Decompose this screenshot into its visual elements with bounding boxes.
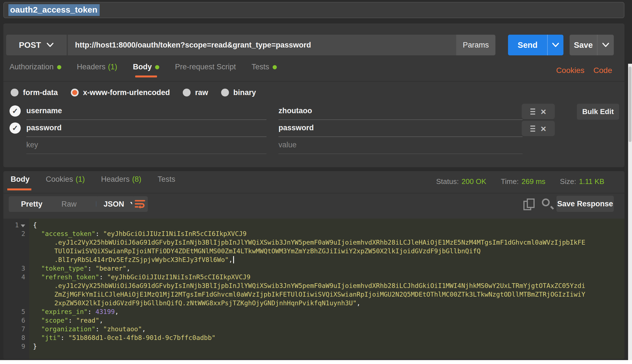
body-mode-x-www-form-urlencoded[interactable]: x-www-form-urlencoded: [71, 88, 170, 97]
bulk-edit-button[interactable]: Bulk Edit: [577, 104, 619, 120]
response-tab-tests[interactable]: Tests: [158, 175, 175, 190]
tab-label: Pre-request Script: [175, 63, 236, 71]
view-mode-raw[interactable]: Raw: [52, 200, 86, 209]
code-token: ,: [127, 265, 130, 272]
line-number: 6: [3, 316, 29, 325]
drag-handle-icon[interactable]: [530, 108, 535, 115]
save-options-button[interactable]: [597, 35, 614, 55]
code-text: .eyJ1c2VyX25hbWUiOiJ6aG91dGFvbyIsInNjb3B…: [29, 282, 585, 290]
code-line: ZmZjMGFkYmIiLCJleHAiOjE1MzQ1MjI2MTgsImF1…: [3, 290, 624, 299]
meta-time: Time:269 ms: [501, 177, 545, 186]
delete-row-icon[interactable]: ×: [541, 107, 546, 116]
line-number-text: 4: [21, 273, 25, 282]
row-checkbox[interactable]: ✓: [10, 122, 21, 134]
code-token: ZmZjMGFkYmIiLCJleHAiOjE1MzQ1MjI2MTgsImF1…: [54, 291, 585, 298]
code-token: "organization": [41, 325, 95, 333]
response-tab-body[interactable]: Body: [11, 175, 30, 190]
url-input[interactable]: http://host1:8000/oauth/token?scope=read…: [68, 35, 456, 55]
code-text: .BlIryRbSL414rDv5EfzZSjpjvWybcX3hEJy3fV8…: [29, 256, 234, 264]
kv-value-input[interactable]: value: [278, 141, 297, 149]
response-tab-cookies[interactable]: Cookies(1): [46, 175, 85, 190]
body-mode-raw[interactable]: raw: [183, 88, 208, 97]
code-token: :: [95, 325, 103, 333]
scrollbar-thumb[interactable]: [629, 67, 631, 142]
radio-button[interactable]: [11, 89, 18, 96]
text-cursor: [233, 256, 234, 263]
tab-authorization[interactable]: Authorization: [10, 63, 61, 77]
meta-label: Time:: [501, 177, 519, 186]
save-response-button[interactable]: Save Response: [556, 196, 614, 212]
code-token: TUlOIiwiSVQiXSwianRpIjoiNTFiODY4ZDEtMGNl…: [54, 247, 481, 255]
divider: [3, 81, 624, 82]
tab-pre-request-script[interactable]: Pre-request Script: [175, 63, 236, 77]
code-text: "organization": "zhoutaoo",: [29, 325, 146, 334]
line-number-text: 2: [21, 230, 25, 238]
save-label[interactable]: Save: [570, 35, 597, 55]
tab-headers[interactable]: Headers(1): [77, 63, 117, 77]
line-number: 9: [3, 342, 29, 351]
request-name[interactable]: oauth2_access_token: [8, 4, 100, 16]
code-token: "jti": [41, 334, 60, 341]
search-response-button[interactable]: [541, 198, 554, 211]
code-line: .eyJ1c2VyX25hbWUiOiJ6aG91dGFvbyIsInNjb3B…: [3, 282, 624, 290]
method-select[interactable]: POST: [6, 35, 67, 55]
code-text: "scope": "read",: [29, 316, 103, 325]
code-line: 7"organization": "zhoutaoo",: [3, 325, 624, 334]
format-label: JSON: [104, 200, 124, 209]
kv-row-placeholder: keyvalue: [3, 137, 624, 154]
line-number-text: 1: [15, 221, 19, 230]
kv-value-input[interactable]: zhoutaoo: [278, 107, 312, 115]
code-token: :: [88, 265, 95, 272]
radio-button[interactable]: [183, 89, 191, 96]
response-body-viewer[interactable]: 1{2"access_token": "eyJhbGciOiJIUzI1NiIs…: [3, 219, 624, 359]
code-text: 2xpZW50X2lkIjoidGVzdF9jbGllbnQifQ.zNtWWG…: [29, 299, 361, 308]
params-button[interactable]: Params: [456, 35, 495, 55]
send-options-button[interactable]: [547, 35, 563, 55]
fold-caret-icon[interactable]: [21, 224, 25, 227]
wrap-text-button[interactable]: [132, 196, 148, 212]
kv-key-input[interactable]: password: [26, 124, 62, 132]
send-label[interactable]: Send: [508, 35, 547, 55]
line-number-text: 6: [21, 316, 25, 325]
row-controls: ×: [522, 121, 555, 136]
vertical-scrollbar[interactable]: [628, 64, 632, 360]
tab-body[interactable]: Body: [133, 63, 160, 77]
meta-status: Status:200 OK: [436, 177, 486, 186]
send-button[interactable]: Send: [508, 35, 563, 55]
tab-label: Cookies: [46, 175, 73, 183]
green-dot-icon: [155, 65, 159, 69]
code-text: TUlOIiwiSVQiXSwianRpIjoiNTFiODY4ZDEtMGNl…: [29, 247, 481, 256]
radio-button[interactable]: [221, 89, 229, 96]
kv-key-input[interactable]: username: [26, 107, 62, 115]
response-tab-headers[interactable]: Headers(8): [101, 175, 141, 190]
code-line: 5"expires_in": 43199,: [3, 308, 624, 316]
tab-label: Body: [11, 175, 30, 183]
method-label: POST: [19, 41, 41, 50]
cookies-link[interactable]: Cookies: [556, 66, 584, 75]
field-underline: [278, 153, 523, 154]
tab-tests[interactable]: Tests: [252, 63, 277, 77]
code-text: }: [29, 342, 37, 351]
line-number: [3, 238, 29, 247]
drag-handle-icon[interactable]: [530, 126, 535, 132]
kv-value-input[interactable]: password: [278, 124, 314, 132]
tab-label: Body: [133, 63, 152, 71]
code-line: TUlOIiwiSVQiXSwianRpIjoiNTFiODY4ZDEtMGNl…: [3, 247, 624, 256]
code-link[interactable]: Code: [593, 66, 612, 75]
body-mode-binary[interactable]: binary: [221, 88, 256, 97]
tab-count-badge: (8): [132, 175, 141, 183]
code-token: "token_type": [41, 265, 88, 272]
wrap-text-icon: [135, 200, 145, 209]
delete-row-icon[interactable]: ×: [541, 124, 546, 133]
body-mode-form-data[interactable]: form-data: [11, 88, 58, 97]
view-mode-pretty[interactable]: Pretty: [11, 200, 52, 209]
save-button[interactable]: Save: [570, 35, 614, 55]
copy-response-button[interactable]: [523, 198, 536, 211]
row-checkbox[interactable]: ✓: [10, 105, 21, 117]
line-number: [3, 290, 29, 299]
kv-key-input[interactable]: key: [26, 141, 38, 149]
radio-button[interactable]: [71, 89, 79, 96]
code-token: 43199: [95, 308, 115, 315]
code-token: ,: [115, 308, 119, 315]
meta-label: Status:: [436, 177, 459, 186]
